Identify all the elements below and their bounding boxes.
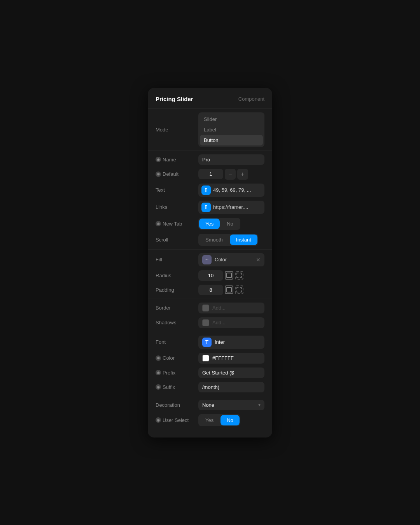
color-value: #FFFFFF (212, 355, 234, 361)
decoration-row: Decoration None ▾ (148, 398, 272, 412)
name-plus-icon[interactable]: ⊕ (156, 157, 161, 162)
fill-color-label: Color (215, 257, 227, 262)
text-icon-badge: [] (201, 186, 211, 195)
border-color-swatch[interactable] (202, 304, 209, 312)
fill-value-area: ··· Color ✕ (198, 253, 264, 266)
name-content (198, 154, 264, 165)
font-content: T Inter (198, 336, 264, 349)
suffix-content (198, 382, 264, 392)
border-label: Border (156, 305, 198, 311)
color-label: ⊕ Color (156, 355, 198, 361)
default-input[interactable] (198, 169, 223, 179)
scroll-label: Scroll (156, 237, 198, 243)
new-tab-label: ⊕ New Tab (156, 221, 198, 227)
name-row: ⊕ Name (148, 152, 272, 167)
name-label: ⊕ Name (156, 157, 198, 163)
radius-dashed-inner (236, 273, 242, 278)
user-select-toggle: Yes No (198, 414, 240, 426)
new-tab-row: ⊕ New Tab Yes No (148, 216, 272, 232)
padding-input[interactable] (198, 285, 223, 295)
padding-row: Padding (148, 283, 272, 297)
prefix-row: ⊕ Prefix (148, 366, 272, 380)
fill-dots-icon: ··· (202, 255, 212, 264)
user-select-yes-btn[interactable]: Yes (199, 415, 220, 425)
scroll-smooth-btn[interactable]: Smooth (199, 234, 229, 245)
color-row: ⊕ Color #FFFFFF (148, 351, 272, 366)
shadows-color-swatch[interactable] (202, 319, 209, 326)
decoration-select[interactable]: None ▾ (198, 400, 264, 410)
mode-slider[interactable]: Slider (200, 114, 263, 124)
suffix-label: ⊕ Suffix (156, 384, 198, 390)
radius-dashed-icon[interactable] (235, 271, 243, 280)
font-t-icon: T (202, 338, 212, 347)
panel-title: Pricing Slider (156, 96, 193, 102)
default-label: ⊕ Default (156, 171, 198, 177)
text-row: Text [] 49, 59, 69, 79, ... (148, 182, 272, 199)
font-value: Inter (215, 339, 225, 345)
default-row: ⊕ Default − + (148, 167, 272, 182)
name-input[interactable] (198, 154, 264, 165)
properties-panel: Pricing Slider Component Mode Slider Lab… (148, 88, 272, 438)
scroll-instant-btn[interactable]: Instant (230, 234, 257, 245)
suffix-plus-icon[interactable]: ⊕ (156, 384, 161, 390)
shadows-placeholder: Add... (212, 320, 226, 326)
new-tab-no-btn[interactable]: No (220, 219, 240, 229)
fill-label: Fill (156, 257, 198, 262)
radius-label: Radius (156, 273, 198, 278)
new-tab-plus-icon[interactable]: ⊕ (156, 221, 161, 226)
links-icon-badge: [] (201, 203, 211, 212)
padding-dashed-inner (236, 287, 242, 292)
prefix-input[interactable] (198, 368, 264, 378)
fill-close-btn[interactable]: ✕ (256, 257, 261, 263)
padding-label: Padding (156, 287, 198, 293)
radius-square-icon[interactable] (225, 271, 233, 280)
decoration-value: None (202, 402, 214, 408)
prefix-plus-icon[interactable]: ⊕ (156, 370, 161, 375)
shadows-row: Shadows Add... (148, 315, 272, 330)
user-select-no-btn[interactable]: No (220, 415, 240, 425)
radius-content (198, 270, 264, 281)
mode-dropdown: Slider Label Button (198, 112, 264, 147)
mode-row: Mode Slider Label Button (148, 110, 272, 149)
padding-square-icon[interactable] (225, 285, 233, 294)
text-value: 49, 59, 69, 79, ... (213, 187, 251, 193)
scroll-content: Smooth Instant (198, 234, 264, 246)
user-select-row: ⊕ User Select Yes No (148, 412, 272, 428)
color-content: #FFFFFF (198, 353, 264, 364)
color-plus-icon[interactable]: ⊕ (156, 355, 161, 361)
default-plus-btn[interactable]: + (237, 169, 248, 180)
mode-content: Slider Label Button (198, 112, 264, 147)
suffix-input[interactable] (198, 382, 264, 392)
default-minus-btn[interactable]: − (225, 169, 236, 180)
decoration-chevron-icon: ▾ (258, 402, 261, 408)
user-select-label: ⊕ User Select (156, 417, 198, 423)
border-row: Border Add... (148, 301, 272, 315)
color-swatch[interactable] (202, 355, 209, 362)
decoration-content: None ▾ (198, 400, 264, 410)
border-placeholder: Add... (212, 305, 226, 311)
border-content: Add... (198, 303, 264, 313)
new-tab-toggle: Yes No (198, 218, 240, 230)
text-label: Text (156, 187, 198, 193)
padding-dashed-icon[interactable] (235, 285, 243, 294)
prefix-content (198, 368, 264, 378)
default-content: − + (198, 169, 264, 180)
mode-label-item[interactable]: Label (200, 124, 263, 135)
links-row: Links [] https://framer.... (148, 199, 272, 216)
font-label: Font (156, 339, 198, 345)
text-content: [] 49, 59, 69, 79, ... (198, 184, 264, 197)
user-select-plus-icon[interactable]: ⊕ (156, 417, 161, 423)
scroll-row: Scroll Smooth Instant (148, 232, 272, 248)
fill-content: ··· Color ✕ (198, 253, 264, 266)
shadows-content: Add... (198, 317, 264, 328)
new-tab-yes-btn[interactable]: Yes (199, 219, 220, 229)
fill-row: Fill ··· Color ✕ (148, 251, 272, 268)
radius-input[interactable] (198, 270, 223, 281)
default-plus-icon[interactable]: ⊕ (156, 172, 161, 177)
links-label: Links (156, 204, 198, 210)
links-value: https://framer.... (213, 204, 248, 210)
prefix-label: ⊕ Prefix (156, 370, 198, 376)
suffix-row: ⊕ Suffix (148, 380, 272, 394)
padding-inner-icon (226, 287, 232, 292)
mode-button[interactable]: Button (200, 135, 263, 145)
